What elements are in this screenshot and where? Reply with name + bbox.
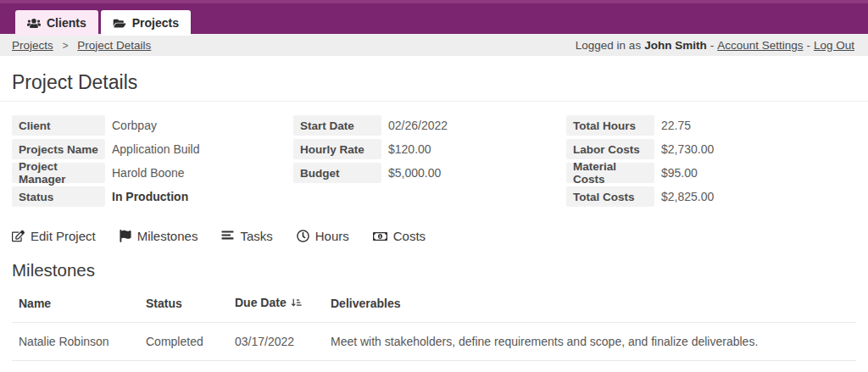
tab-label: Projects	[132, 16, 179, 30]
detail-label: Material Costs	[566, 163, 654, 183]
status-value: In Production	[112, 186, 188, 207]
detail-label: Status	[12, 186, 105, 207]
detail-row-total-hours: Total Hours 22.75	[566, 115, 856, 136]
user-session-bar: Logged in as John Smith - Account Settin…	[576, 39, 854, 52]
detail-label: Hourly Rate	[293, 139, 381, 159]
column-header-deliverables[interactable]: Deliverables	[324, 291, 856, 323]
dash-separator: -	[806, 39, 810, 52]
table-row[interactable]: Natalie Robinson Completed 03/17/2022 Me…	[12, 323, 856, 361]
main-content: Project Details Client Corbpay Projects …	[0, 71, 868, 361]
logout-link[interactable]: Log Out	[814, 39, 854, 52]
tasks-button[interactable]: Tasks	[221, 229, 272, 243]
folder-open-icon	[113, 18, 126, 29]
money-icon	[373, 230, 387, 242]
users-icon	[27, 18, 41, 29]
tab-label: Clients	[47, 16, 86, 30]
breadcrumb-separator: >	[63, 40, 69, 52]
column-header-status[interactable]: Status	[139, 291, 228, 323]
details-column-3: Total Hours 22.75 Labor Costs $2,730.00 …	[566, 115, 856, 207]
milestone-due-date-cell: 03/17/2022	[228, 323, 324, 361]
detail-value: $5,000.00	[388, 163, 441, 183]
breadcrumb-bar: Projects > Project Details Logged in as …	[0, 34, 868, 56]
column-header-name[interactable]: Name	[12, 291, 139, 323]
column-header-due-date[interactable]: Due Date	[228, 291, 324, 323]
detail-value: $120.00	[388, 139, 431, 159]
clock-icon	[297, 230, 309, 242]
top-navigation-bar: Clients Projects	[0, 0, 868, 34]
detail-value: 22.75	[661, 115, 691, 136]
detail-row-hourly-rate: Hourly Rate $120.00	[293, 139, 566, 159]
detail-row-labor-costs: Labor Costs $2,730.00	[566, 139, 856, 159]
details-column-2: Start Date 02/26/2022 Hourly Rate $120.0…	[293, 115, 566, 207]
detail-value: $95.00	[661, 163, 698, 183]
milestones-table: Name Status Due Date Deliverables Natali…	[12, 291, 856, 361]
detail-label: Start Date	[293, 115, 381, 136]
tab-clients[interactable]: Clients	[15, 10, 98, 36]
breadcrumb-link-projects[interactable]: Projects	[12, 39, 53, 52]
action-label: Costs	[393, 229, 426, 243]
detail-value: Harold Boone	[112, 163, 185, 183]
detail-row-status: Status In Production	[12, 186, 293, 207]
detail-row-projects-name: Projects Name Application Build	[12, 139, 293, 159]
detail-row-material-costs: Material Costs $95.00	[566, 163, 856, 183]
detail-row-client: Client Corbpay	[12, 115, 293, 136]
edit-project-button[interactable]: Edit Project	[12, 229, 96, 243]
action-label: Hours	[315, 229, 349, 243]
detail-row-project-manager: Project Manager Harold Boone	[12, 163, 293, 183]
detail-row-start-date: Start Date 02/26/2022	[293, 115, 566, 136]
costs-button[interactable]: Costs	[373, 229, 426, 243]
detail-row-budget: Budget $5,000.00	[293, 163, 566, 183]
tasks-icon	[221, 230, 234, 242]
detail-label: Labor Costs	[566, 139, 654, 159]
milestone-name-cell: Natalie Robinson	[12, 323, 139, 361]
hours-button[interactable]: Hours	[297, 229, 349, 243]
milestones-title: Milestones	[12, 260, 856, 280]
detail-value: Corbpay	[112, 115, 157, 136]
dash-separator: -	[710, 39, 715, 52]
table-header-row: Name Status Due Date Deliverables	[12, 291, 856, 323]
username: John Smith	[644, 39, 707, 52]
action-label: Tasks	[240, 229, 272, 243]
action-label: Edit Project	[31, 229, 96, 243]
title-divider	[0, 101, 868, 102]
detail-label: Total Costs	[566, 186, 654, 207]
project-actions: Edit Project Milestones Tasks Hours Cost…	[12, 229, 856, 243]
breadcrumb-link-project-details[interactable]: Project Details	[77, 39, 151, 52]
tab-strip: Clients Projects	[15, 10, 191, 36]
edit-icon	[12, 230, 25, 242]
detail-label: Total Hours	[566, 115, 654, 136]
tab-projects[interactable]: Projects	[101, 10, 191, 36]
logged-in-prefix: Logged in as	[576, 39, 641, 52]
milestone-deliverables-cell: Meet with stakeholders, define requireme…	[324, 323, 856, 361]
detail-value: Application Build	[112, 139, 200, 159]
action-label: Milestones	[137, 229, 198, 243]
flag-icon	[120, 230, 131, 242]
page-title: Project Details	[12, 71, 856, 94]
detail-value: $2,825.00	[661, 186, 714, 207]
project-details-grid: Client Corbpay Projects Name Application…	[12, 115, 856, 207]
account-settings-link[interactable]: Account Settings	[717, 39, 803, 52]
milestone-status-cell: Completed	[139, 323, 228, 361]
milestones-button[interactable]: Milestones	[120, 229, 198, 243]
detail-label: Client	[12, 115, 105, 136]
breadcrumb: Projects > Project Details	[12, 39, 151, 52]
detail-value: $2,730.00	[661, 139, 714, 159]
detail-label: Project Manager	[12, 163, 105, 183]
detail-value: 02/26/2022	[388, 115, 448, 136]
sort-amount-icon[interactable]	[291, 297, 302, 311]
detail-label: Projects Name	[12, 139, 105, 159]
detail-label: Budget	[293, 163, 381, 183]
details-column-1: Client Corbpay Projects Name Application…	[12, 115, 293, 207]
detail-row-total-costs: Total Costs $2,825.00	[566, 186, 856, 207]
